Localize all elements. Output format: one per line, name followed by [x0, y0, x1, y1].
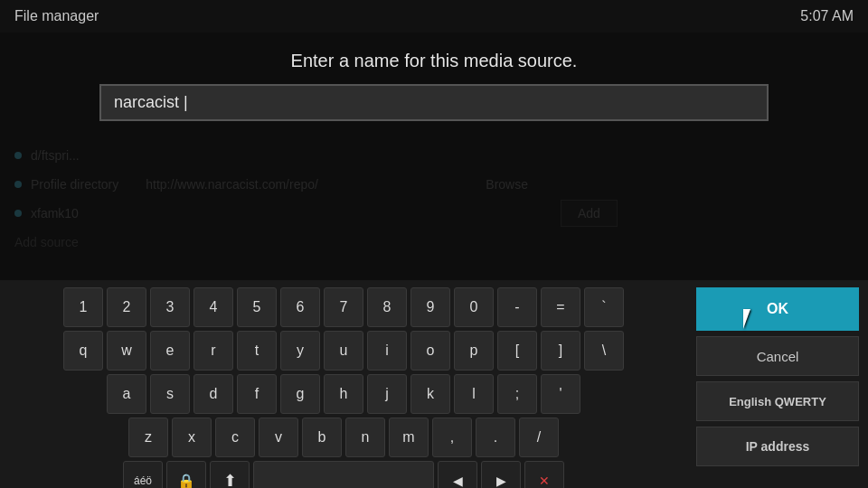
key-p[interactable]: p — [454, 331, 494, 371]
key-minus[interactable]: - — [497, 287, 537, 327]
right-panel: OK Cancel English QWERTY IP address — [687, 280, 868, 488]
key-g[interactable]: g — [280, 374, 320, 414]
key-2[interactable]: 2 — [107, 287, 146, 327]
cancel-button[interactable]: Cancel — [696, 336, 859, 376]
key-w[interactable]: w — [107, 331, 146, 371]
key-shift[interactable]: ⬆ — [210, 461, 250, 488]
key-n[interactable]: n — [345, 418, 385, 457]
key-lbracket[interactable]: [ — [497, 331, 537, 371]
keyboard-row-special: áéö 🔒 ⬆ ◀ ▶ ✕ — [9, 461, 678, 488]
key-c[interactable]: c — [215, 418, 255, 457]
ip-address-button[interactable]: IP address — [696, 427, 859, 466]
key-l[interactable]: l — [454, 374, 494, 414]
key-d[interactable]: d — [193, 374, 233, 414]
top-bar: File manager 5:07 AM — [0, 0, 868, 33]
key-backslash[interactable]: \ — [584, 331, 624, 371]
key-u[interactable]: u — [324, 331, 363, 371]
key-right-arrow[interactable]: ▶ — [481, 461, 521, 488]
keyboard-row-qwerty: q w e r t y u i o p [ ] \ — [9, 331, 678, 371]
key-k[interactable]: k — [410, 374, 450, 414]
key-j[interactable]: j — [367, 374, 407, 414]
key-6[interactable]: 6 — [280, 287, 320, 327]
key-slash[interactable]: / — [519, 418, 559, 457]
app-title: File manager — [14, 8, 99, 24]
key-1[interactable]: 1 — [63, 287, 103, 327]
key-spacebar[interactable] — [253, 461, 434, 488]
system-time: 5:07 AM — [800, 8, 854, 24]
key-5[interactable]: 5 — [237, 287, 277, 327]
key-t[interactable]: t — [237, 331, 277, 371]
key-period[interactable]: . — [476, 418, 515, 457]
media-source-name-input[interactable] — [99, 84, 769, 121]
key-comma[interactable]: , — [432, 418, 472, 457]
keyboard-row-asdf: a s d f g h j k l ; ' — [9, 374, 678, 414]
keyboard-row-numbers: 1 2 3 4 5 6 7 8 9 0 - = ` — [9, 287, 678, 327]
key-y[interactable]: y — [280, 331, 320, 371]
key-equals[interactable]: = — [541, 287, 580, 327]
key-3[interactable]: 3 — [150, 287, 190, 327]
key-9[interactable]: 9 — [410, 287, 450, 327]
dialog-title: Enter a name for this media source. — [291, 51, 578, 71]
key-z[interactable]: z — [128, 418, 168, 457]
keyboard-layout-button[interactable]: English QWERTY — [696, 381, 859, 421]
ok-button[interactable]: OK — [696, 287, 859, 331]
key-m[interactable]: m — [389, 418, 429, 457]
key-o[interactable]: o — [410, 331, 450, 371]
key-v[interactable]: v — [259, 418, 298, 457]
key-7[interactable]: 7 — [324, 287, 363, 327]
keyboard-area: 1 2 3 4 5 6 7 8 9 0 - = ` q w e r t y u … — [0, 280, 687, 488]
key-r[interactable]: r — [193, 331, 233, 371]
key-q[interactable]: q — [63, 331, 103, 371]
key-f[interactable]: f — [237, 374, 277, 414]
key-a[interactable]: a — [107, 374, 146, 414]
key-accents[interactable]: áéö — [123, 461, 163, 488]
key-x[interactable]: x — [172, 418, 212, 457]
key-backspace[interactable]: ✕ — [524, 461, 564, 488]
key-4[interactable]: 4 — [193, 287, 233, 327]
key-left-arrow[interactable]: ◀ — [438, 461, 477, 488]
key-s[interactable]: s — [150, 374, 190, 414]
key-i[interactable]: i — [367, 331, 407, 371]
key-b[interactable]: b — [302, 418, 342, 457]
key-rbracket[interactable]: ] — [541, 331, 580, 371]
keyboard-row-zxcv: z x c v b n m , . / — [9, 418, 678, 457]
key-backtick[interactable]: ` — [584, 287, 624, 327]
dialog-input-wrap — [99, 84, 769, 121]
key-semicolon[interactable]: ; — [497, 374, 537, 414]
key-e[interactable]: e — [150, 331, 190, 371]
key-h[interactable]: h — [324, 374, 363, 414]
key-lock[interactable]: 🔒 — [166, 461, 206, 488]
key-apostrophe[interactable]: ' — [541, 374, 580, 414]
key-8[interactable]: 8 — [367, 287, 407, 327]
key-0[interactable]: 0 — [454, 287, 494, 327]
